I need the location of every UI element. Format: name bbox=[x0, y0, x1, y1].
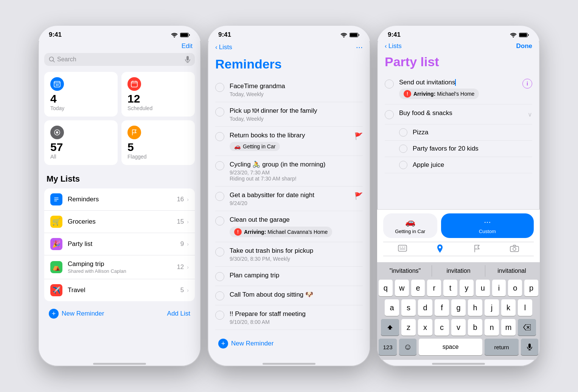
key-123[interactable]: 123 bbox=[379, 339, 397, 355]
key-p[interactable]: p bbox=[524, 280, 538, 296]
key-o[interactable]: o bbox=[508, 280, 522, 296]
battery-icon bbox=[180, 33, 190, 37]
key-j[interactable]: j bbox=[485, 299, 499, 316]
key-a[interactable]: a bbox=[385, 299, 399, 316]
key-z[interactable]: z bbox=[401, 319, 416, 336]
sub-title-juice: Apple juice bbox=[413, 161, 444, 169]
custom-suggestion[interactable]: ··· Custom bbox=[441, 213, 534, 238]
reminder-camping-plan[interactable]: Plan camping trip bbox=[215, 267, 363, 286]
svg-rect-36 bbox=[528, 344, 531, 348]
party-list-icon: 🎉 bbox=[50, 238, 62, 250]
new-reminder-button-2[interactable]: + New Reminder bbox=[218, 339, 273, 348]
key-e[interactable]: e bbox=[411, 280, 425, 296]
reminder-tom[interactable]: Call Tom about dog sitting 🐶 bbox=[215, 286, 363, 305]
wifi-icon-3 bbox=[510, 33, 517, 37]
party-item-food[interactable]: Buy food & snacks ∨ bbox=[385, 104, 532, 124]
key-i[interactable]: i bbox=[492, 280, 506, 296]
status-bar-3: 9:41 bbox=[377, 26, 540, 41]
edit-button[interactable]: Edit bbox=[182, 42, 193, 50]
list-item-travel[interactable]: ✈️ Travel 5 › bbox=[44, 279, 195, 301]
key-q[interactable]: q bbox=[379, 280, 393, 296]
keyboard-toolbar-icon[interactable] bbox=[398, 244, 407, 252]
reminder-dinner[interactable]: Pick up 🍽 dinner for the family Today, W… bbox=[215, 102, 363, 127]
key-n[interactable]: n bbox=[485, 319, 499, 336]
status-time-3: 9:41 bbox=[388, 31, 401, 39]
key-h[interactable]: h bbox=[468, 299, 482, 316]
location-toolbar-icon[interactable] bbox=[436, 244, 444, 254]
key-shift[interactable] bbox=[381, 319, 399, 336]
key-x[interactable]: x bbox=[418, 319, 432, 336]
smart-card-today[interactable]: 30 4 Today bbox=[44, 72, 118, 117]
smart-card-flagged[interactable]: 5 Flagged bbox=[121, 120, 195, 165]
sub-item-party-favors[interactable]: Party favors for 20 kids bbox=[385, 141, 532, 157]
scheduled-icon bbox=[127, 77, 141, 91]
reminder-title-camping: Plan camping trip bbox=[230, 271, 363, 280]
key-mic-keyboard[interactable] bbox=[521, 339, 538, 355]
new-reminder-button[interactable]: + New Reminder bbox=[49, 309, 104, 319]
sub-item-juice[interactable]: Apple juice bbox=[385, 157, 532, 173]
flagged-count: 5 bbox=[127, 142, 189, 153]
reminder-books[interactable]: Return books to the library 🚗 Getting in… bbox=[215, 127, 363, 156]
key-return[interactable]: return bbox=[485, 339, 519, 355]
kb-suggest-invitation[interactable]: invitation bbox=[432, 265, 485, 277]
key-r[interactable]: r bbox=[427, 280, 441, 296]
reminder-babysitter[interactable]: Get a babysitter for date night 9/24/20 … bbox=[215, 187, 363, 211]
key-space[interactable]: space bbox=[419, 339, 482, 355]
party-list-name: Party list bbox=[68, 240, 92, 247]
camping-count: 12 bbox=[177, 263, 184, 271]
sub-item-pizza[interactable]: Pizza bbox=[385, 124, 532, 141]
flag-toolbar-icon[interactable] bbox=[473, 244, 481, 253]
reminder-body-tom: Call Tom about dog sitting 🐶 bbox=[230, 291, 363, 299]
key-k[interactable]: k bbox=[501, 299, 516, 316]
keyboard-row-2: a s d f g h j k l bbox=[379, 299, 538, 316]
key-f[interactable]: f bbox=[435, 299, 449, 316]
back-button-2[interactable]: ‹ Lists bbox=[215, 44, 232, 51]
travel-count: 5 bbox=[180, 286, 184, 294]
done-button[interactable]: Done bbox=[516, 42, 533, 50]
key-v[interactable]: v bbox=[451, 319, 466, 336]
info-icon-invitations[interactable]: i bbox=[522, 79, 532, 89]
add-list-button[interactable]: Add List bbox=[167, 310, 190, 317]
key-s[interactable]: s bbox=[401, 299, 416, 316]
key-l[interactable]: l bbox=[518, 299, 532, 316]
key-b[interactable]: b bbox=[468, 319, 482, 336]
reminder-trash[interactable]: Take out trash bins for pickup 9/30/20, … bbox=[215, 242, 363, 267]
list-item-party[interactable]: 🎉 Party list 9 › bbox=[44, 233, 195, 255]
key-y[interactable]: y bbox=[460, 280, 474, 296]
key-t[interactable]: t bbox=[443, 280, 457, 296]
reminder-garage[interactable]: Clean out the garage ! Arriving: Michael… bbox=[215, 211, 363, 242]
reminder-cycling[interactable]: Cycling 🚴 group (in the morning) 9/23/20… bbox=[215, 156, 363, 187]
list-item-groceries[interactable]: 🛒 Groceries 15 › bbox=[44, 211, 195, 233]
party-title: Party list bbox=[377, 53, 540, 74]
smart-card-scheduled[interactable]: 12 Scheduled bbox=[121, 72, 195, 117]
key-u[interactable]: u bbox=[476, 280, 490, 296]
key-m[interactable]: m bbox=[501, 319, 516, 336]
party-item-invitations[interactable]: Send out invitations ! Arriving: Michael… bbox=[385, 74, 532, 104]
getting-in-car-suggestion[interactable]: 🚗 Getting in Car bbox=[383, 213, 437, 238]
list-item-reminders[interactable]: Reminders 16 › bbox=[44, 188, 195, 211]
kb-suggest-invitational[interactable]: invitational bbox=[485, 265, 538, 277]
camera-toolbar-icon[interactable] bbox=[510, 244, 519, 252]
reminder-staff[interactable]: !! Prepare for staff meeting 9/10/20, 8:… bbox=[215, 305, 363, 330]
key-delete[interactable] bbox=[518, 319, 536, 336]
expand-arrow-food[interactable]: ∨ bbox=[528, 111, 532, 118]
key-w[interactable]: w bbox=[395, 280, 409, 296]
search-bar[interactable]: Search bbox=[44, 53, 195, 66]
key-emoji[interactable]: ☺ bbox=[399, 339, 416, 355]
list-item-camping[interactable]: ⛺ Camping trip Shared with Allison Capla… bbox=[44, 255, 195, 279]
smart-card-all[interactable]: 57 All bbox=[44, 120, 118, 165]
nav-bar-2: ‹ Lists ··· bbox=[208, 41, 370, 55]
reminder-sub-babysitter: 9/24/20 bbox=[230, 200, 349, 206]
kb-suggest-quotes[interactable]: "invitations" bbox=[379, 265, 432, 277]
sub-circle-juice bbox=[399, 161, 407, 169]
key-g[interactable]: g bbox=[451, 299, 466, 316]
back-button-3[interactable]: ‹ Lists bbox=[385, 42, 402, 50]
search-placeholder: Search bbox=[57, 56, 76, 63]
groceries-chevron: › bbox=[187, 219, 189, 225]
more-button-2[interactable]: ··· bbox=[356, 42, 363, 52]
key-d[interactable]: d bbox=[418, 299, 432, 316]
reminder-facetime[interactable]: FaceTime grandma Today, Weekly bbox=[215, 78, 363, 102]
key-c[interactable]: c bbox=[435, 319, 449, 336]
home-indicator-2 bbox=[263, 363, 315, 365]
travel-meta: 5 › bbox=[180, 286, 189, 294]
